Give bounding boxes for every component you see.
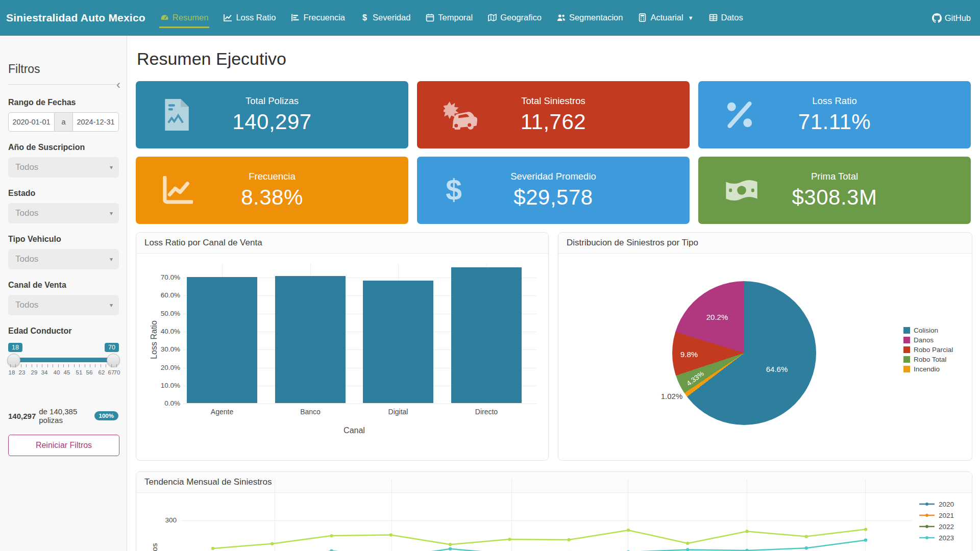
nav-label: Frecuencia	[303, 13, 345, 22]
legend-item-danos[interactable]: Danos	[903, 335, 953, 345]
x-axis-line	[183, 404, 536, 404]
channel-select[interactable]: Todos ▾	[8, 295, 119, 315]
legend-label: Danos	[914, 336, 934, 344]
chart-line-icon	[162, 176, 193, 205]
valuebox-title: Severidad Promedio	[510, 171, 596, 182]
legend-label: Incendio	[914, 365, 940, 373]
svg-text:$: $	[446, 174, 462, 206]
vehicle-filter-label: Tipo Vehiculo	[8, 235, 118, 244]
nav-label: Geografico	[500, 13, 542, 22]
y-tick-label: 10.0%	[151, 382, 180, 389]
pie-label-danos: 20.2%	[706, 313, 728, 321]
slider-tick: 18	[9, 369, 15, 375]
calendar-icon	[426, 13, 434, 22]
filtered-count: 140,297	[8, 412, 36, 420]
valuebox-value: $29,578	[513, 185, 593, 210]
bar-directo	[451, 267, 522, 403]
legend-item-colision[interactable]: Colision	[903, 325, 953, 335]
line-chart-icon	[224, 13, 232, 22]
legend-line-glyph	[919, 523, 935, 530]
slider-tick: 23	[19, 369, 26, 375]
legend-item-2022[interactable]: 2022	[919, 521, 954, 532]
legend-item-2023[interactable]: 2023	[919, 532, 954, 543]
nav-tab-geografico[interactable]: Geografico	[480, 0, 549, 36]
channel-filter-label: Canal de Venta	[8, 281, 118, 290]
x-tick-label: Banco	[275, 408, 346, 416]
dollar-icon: $	[360, 13, 369, 22]
legend-item-incendio[interactable]: Incendio	[903, 364, 953, 374]
valuebox-frecuencia: Frecuencia 8.38%	[136, 157, 408, 224]
year-select-value: Todos	[15, 162, 38, 172]
x-axis-title: Canal	[187, 426, 522, 435]
github-icon	[932, 13, 942, 23]
sidebar-collapse-button[interactable]: ‹	[116, 79, 120, 91]
slider-tick: 62	[99, 369, 105, 375]
calculator-icon	[638, 13, 647, 22]
y-tick-label: 60.0%	[151, 291, 180, 299]
car-crash-icon	[444, 100, 477, 130]
year-select[interactable]: Todos ▾	[8, 157, 119, 178]
policy-file-icon	[162, 99, 189, 131]
pie-card-title: Distribucion de Siniestros por Tipo	[558, 233, 972, 254]
users-icon	[557, 13, 566, 22]
nav-label: Actuarial	[650, 13, 683, 22]
bar-agente	[187, 277, 257, 403]
slider-tick-marks	[10, 364, 117, 367]
nav-tab-temporal[interactable]: Temporal	[418, 0, 480, 36]
navbar-spacer	[751, 0, 923, 36]
app-title: Siniestralidad Auto Mexico	[0, 0, 153, 36]
nav-tab-loss-ratio[interactable]: Loss Ratio	[216, 0, 283, 36]
legend-item-2020[interactable]: 2020	[919, 498, 954, 510]
siniestros-by-type-card: Distribucion de Siniestros por Tipo 64.6…	[558, 232, 972, 461]
valuebox-value: 71.11%	[798, 110, 871, 134]
state-select[interactable]: Todos ▾	[8, 203, 119, 223]
y-axis-title: Loss Ratio	[150, 312, 159, 368]
date-start-input[interactable]	[8, 112, 55, 132]
legend-label: Robo Total	[914, 356, 946, 363]
x-tick-label: Directo	[451, 408, 522, 416]
percentage-badge: 100%	[94, 411, 118, 420]
pie-label-colision: 64.6%	[766, 365, 788, 373]
legend-item-robo-parcial[interactable]: Robo Parcial	[903, 345, 953, 355]
nav-tab-severidad[interactable]: $Severidad	[353, 0, 418, 36]
loss-ratio-by-channel-card: Loss Ratio por Canal de Venta 70.0% 60.	[136, 232, 549, 461]
year-filter-label: Año de Suscripcion	[8, 143, 118, 152]
value-box-grid: Total Polizas 140,297 Total Siniestros 1…	[136, 81, 971, 224]
vehicle-select[interactable]: Todos ▾	[8, 249, 119, 269]
nav-tab-segmentacion[interactable]: Segmentacion	[549, 0, 631, 36]
pie-chart: 64.6% 20.2% 9.8% 4.33% 1.02% Colision Da…	[558, 254, 972, 461]
map-icon	[488, 13, 497, 22]
slider-tick-labels: 18 23 29 34 40 45 51 56 62 67 70	[8, 369, 119, 377]
nav-dropdown-actuarial[interactable]: Actuarial▼	[630, 0, 701, 36]
table-icon	[709, 13, 718, 22]
state-select-value: Todos	[15, 208, 38, 218]
legend-label: 2021	[939, 512, 954, 519]
chevron-down-icon: ▼	[688, 15, 694, 21]
gauge-icon	[160, 13, 169, 22]
svg-text:$: $	[362, 13, 367, 22]
legend-label: Robo Parcial	[914, 346, 953, 354]
filter-summary: 140,297 de 140,385 polizas 100%	[8, 407, 118, 424]
valuebox-value: 140,297	[232, 110, 311, 134]
legend-item-robo-total[interactable]: Robo Total	[903, 355, 953, 364]
slider-track	[8, 358, 119, 362]
valuebox-title: Prima Total	[811, 171, 858, 182]
age-slider-label: Edad Conductor	[8, 327, 118, 336]
nav-tab-frecuencia[interactable]: Frecuencia	[283, 0, 353, 36]
slider-from-value: 18	[8, 343, 22, 352]
monthly-trend-card: Tendencia Mensual de Siniestros 300 Sini…	[136, 471, 972, 551]
nav-tab-datos[interactable]: Datos	[701, 0, 751, 36]
slider-to-value: 70	[105, 343, 119, 352]
valuebox-value: 8.38%	[241, 185, 303, 210]
date-end-input[interactable]	[72, 112, 119, 132]
reset-filters-button[interactable]: Reiniciar Filtros	[8, 435, 119, 456]
github-link[interactable]: GitHub	[923, 0, 980, 36]
legend-item-2021[interactable]: 2021	[919, 510, 954, 521]
nav-tab-resumen[interactable]: Resumen	[153, 0, 216, 36]
slider-tick: 51	[76, 369, 83, 375]
valuebox-loss-ratio: Loss Ratio 71.11%	[698, 81, 971, 148]
valuebox-title: Total Polizas	[246, 95, 299, 107]
date-range-picker: a	[8, 112, 119, 132]
y-tick-label: 70.0%	[151, 273, 180, 281]
x-tick-label: Agente	[187, 408, 257, 416]
